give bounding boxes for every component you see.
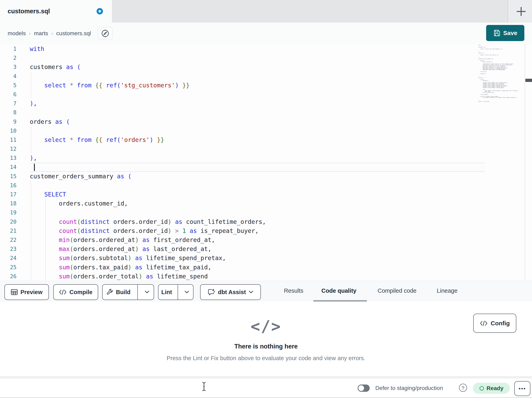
code-quality-panel bbox=[0, 302, 532, 376]
compile-label: Compile bbox=[70, 289, 92, 295]
text-caret bbox=[34, 164, 35, 171]
tab-bar-divider bbox=[508, 0, 508, 23]
line-number: 9 bbox=[0, 117, 17, 126]
lint-button[interactable]: Lint bbox=[158, 285, 175, 300]
code-line[interactable]: 15customer_orders_summary as ( bbox=[0, 172, 483, 181]
code-line[interactable]: 25 sum(orders.tax_paid) as lifetime_tax_… bbox=[0, 263, 483, 272]
code-line[interactable]: 1with bbox=[0, 44, 483, 53]
breadcrumb-separator-icon: › bbox=[29, 30, 31, 37]
code-line[interactable]: 16 bbox=[0, 181, 483, 190]
line-number: 1 bbox=[0, 44, 17, 53]
code-line[interactable]: 14 bbox=[0, 163, 483, 171]
wrench-icon bbox=[107, 289, 113, 295]
code-line[interactable]: 13), bbox=[0, 153, 483, 163]
code-line[interactable]: 12 bbox=[0, 144, 483, 153]
lint-split-divider bbox=[177, 285, 178, 300]
status-bar bbox=[0, 378, 532, 398]
minimap[interactable]: with customers as ( select * from {{ ref… bbox=[478, 45, 525, 102]
lineage-compass-button[interactable] bbox=[98, 27, 113, 40]
assist-sparkle-chat-icon bbox=[208, 289, 215, 295]
breadcrumb-separator-icon: › bbox=[51, 30, 53, 37]
preview-label: Preview bbox=[20, 289, 43, 295]
chevron-down-icon bbox=[145, 291, 149, 294]
line-number: 20 bbox=[0, 217, 17, 226]
panel-statusbar-separator bbox=[0, 376, 532, 378]
line-number: 2 bbox=[0, 53, 17, 62]
unsaved-changes-dot-icon bbox=[96, 8, 103, 14]
dbt-assist-button[interactable]: dbt Assist bbox=[200, 284, 261, 300]
line-number: 13 bbox=[0, 153, 17, 163]
help-icon[interactable]: ? bbox=[459, 384, 467, 392]
lint-options-button[interactable] bbox=[181, 285, 193, 300]
code-line[interactable]: 18 orders.customer_id, bbox=[0, 199, 483, 208]
ready-label: Ready bbox=[487, 385, 503, 391]
chevron-down-icon bbox=[249, 291, 253, 294]
line-number: 3 bbox=[0, 62, 17, 72]
breadcrumb-item-marts[interactable]: marts bbox=[34, 30, 48, 37]
line-number: 10 bbox=[0, 126, 17, 135]
toggle-knob bbox=[358, 385, 364, 391]
code-line[interactable]: 4 bbox=[0, 72, 483, 81]
line-number: 24 bbox=[0, 254, 17, 262]
tab-compiled-code[interactable]: Compiled code bbox=[375, 281, 419, 300]
line-number: 6 bbox=[0, 90, 17, 99]
lint-label: Lint bbox=[161, 289, 172, 295]
code-line[interactable]: 20 count(distinct orders.order_id) as co… bbox=[0, 217, 483, 226]
tab-lineage[interactable]: Lineage bbox=[435, 281, 459, 300]
build-split-button: Build bbox=[102, 284, 154, 300]
minimap-divider bbox=[525, 44, 525, 281]
save-label: Save bbox=[503, 30, 517, 36]
empty-state-subtitle: Press the Lint or Fix button above to ev… bbox=[0, 355, 532, 362]
code-line[interactable]: 6 bbox=[0, 90, 483, 99]
defer-toggle[interactable] bbox=[358, 385, 370, 392]
code-line[interactable]: 7), bbox=[0, 99, 483, 108]
file-tab-title: customers.sql bbox=[8, 0, 50, 23]
code-line[interactable]: 26 sum(orders.order_total) as lifetime_s… bbox=[0, 272, 483, 281]
dbt-ide-window: customers.sql models › marts › customers… bbox=[0, 0, 532, 398]
line-number: 19 bbox=[0, 208, 17, 217]
code-line[interactable]: 8 bbox=[0, 108, 483, 117]
build-button[interactable]: Build bbox=[103, 285, 134, 300]
line-number: 18 bbox=[0, 199, 17, 208]
line-number: 12 bbox=[0, 144, 17, 153]
line-number: 17 bbox=[0, 190, 17, 199]
line-number: 5 bbox=[0, 81, 17, 90]
save-floppy-icon bbox=[493, 29, 500, 37]
chevron-down-icon bbox=[185, 291, 189, 294]
breadcrumb-item-file: customers.sql bbox=[56, 30, 91, 37]
ready-circle-icon bbox=[479, 386, 484, 391]
save-button[interactable]: Save bbox=[486, 25, 524, 41]
line-number: 11 bbox=[0, 135, 17, 144]
code-line[interactable]: 11 select * from {{ ref('orders') }} bbox=[0, 135, 483, 144]
plus-icon bbox=[514, 5, 528, 18]
code-line[interactable]: 10 bbox=[0, 126, 483, 135]
more-options-button[interactable]: ••• bbox=[514, 381, 530, 396]
build-options-button[interactable] bbox=[141, 285, 154, 300]
line-number: 21 bbox=[0, 226, 17, 235]
dbt-assist-label: dbt Assist bbox=[218, 289, 246, 295]
preview-button[interactable]: Preview bbox=[4, 284, 49, 300]
code-line[interactable]: 17 SELECT bbox=[0, 190, 483, 199]
code-line[interactable]: 22 min(orders.ordered_at) as first_order… bbox=[0, 235, 483, 244]
code-line[interactable]: 19 bbox=[0, 208, 483, 217]
code-line[interactable]: 21 count(distinct orders.order_id) > 1 a… bbox=[0, 226, 483, 235]
editor-toolbar: Preview Compile Build bbox=[0, 281, 532, 302]
build-label: Build bbox=[116, 289, 131, 295]
code-line[interactable]: 9orders as ( bbox=[0, 117, 483, 126]
breadcrumb-item-models[interactable]: models bbox=[8, 30, 26, 37]
code-line[interactable]: 5 select * from {{ ref('stg_customers') … bbox=[0, 81, 483, 90]
code-lines: 1with23customers as (45 select * from {{… bbox=[0, 44, 483, 281]
status-badge: Ready bbox=[473, 383, 510, 394]
compile-button[interactable]: Compile bbox=[53, 284, 98, 300]
lint-split-button: Lint bbox=[158, 284, 194, 300]
new-tab-button[interactable] bbox=[513, 4, 527, 18]
code-line[interactable]: 24 sum(orders.subtotal) as lifetime_spen… bbox=[0, 254, 483, 262]
code-line[interactable]: 3customers as ( bbox=[0, 62, 483, 72]
code-line[interactable]: 2 bbox=[0, 53, 483, 62]
tab-results[interactable]: Results bbox=[282, 281, 305, 300]
tab-code-quality[interactable]: Code quality bbox=[317, 281, 361, 300]
file-tab[interactable]: customers.sql bbox=[0, 0, 112, 23]
empty-state-code-icon: </> bbox=[0, 317, 532, 335]
editor-scrollbar-thumb[interactable] bbox=[525, 79, 532, 82]
code-line[interactable]: 23 max(orders.ordered_at) as last_ordere… bbox=[0, 244, 483, 254]
